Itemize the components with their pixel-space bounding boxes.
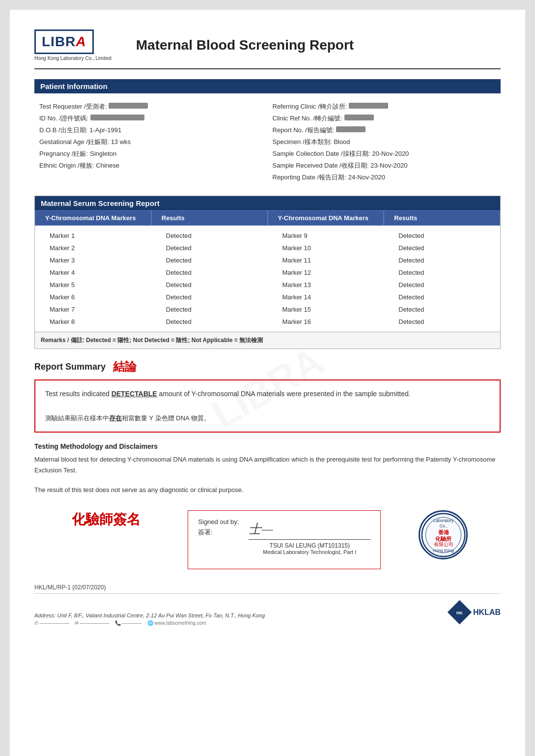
marker-result: Detected [384,230,500,242]
gestational-value: 13 wks [111,138,131,145]
header-left-col1: Y-Chromosomal DNA Markers [35,210,151,226]
markers-headers: Y-Chromosomal DNA Markers Results Y-Chro… [35,210,500,226]
sign-box-inner: Signed out by: 簽署: ⼠— TSUI SAI LEUNG (MT… [198,518,370,555]
right-marker-row: Marker 13Detected [268,279,501,291]
right-marker-row: Marker 10Detected [268,242,501,254]
collection-date-label: Sample Collection Date /採樣日期: [273,149,370,158]
left-markers-column: Marker 1DetectedMarker 2DetectedMarker 3… [35,230,268,328]
test-requester-row: Test Requester /受測者: [39,101,263,113]
footer-contacts: ✆ —————— ✉ —————— 📞 ———— 🌐 www.labsometh… [34,620,265,626]
summary-chinese-title: 結論 [113,359,137,375]
table-spacer [35,226,500,230]
methodology-text2: The result of this test does not serve a… [34,485,501,495]
ethnic-value: Chinese [96,162,119,169]
marker-result: Detected [384,303,500,316]
sign-labels: Signed out by: 簽署: [198,518,239,555]
reporting-date-label: Reporting Date /報告日期: [273,173,346,182]
gestational-row: Gestational Age /妊娠期: 13 wks [39,136,263,148]
marker-name: Marker 8 [35,316,151,328]
right-marker-row: Marker 9Detected [268,230,501,242]
marker-name: Marker 9 [268,230,384,242]
marker-name: Marker 13 [268,279,384,291]
marker-result: Detected [384,266,500,279]
svg-text:化驗所: 化驗所 [435,536,452,542]
svg-text:有限公司: 有限公司 [434,542,453,547]
right-marker-row: Marker 12Detected [268,266,501,279]
patient-info-header: Patient Information [34,79,501,93]
footer-left: Address: Unit F, 8/F., Valiant Industria… [34,610,265,626]
right-markers-column: Marker 9DetectedMarker 10DetectedMarker … [268,230,501,328]
reporting-date-row: Reporting Date /報告日期: 24-Nov-2020 [273,172,496,183]
sign-box: Signed out by: 簽署: ⼠— TSUI SAI LEUNG (MT… [188,510,381,569]
received-date-row: Sample Received Date /收樣日期: 23-Nov-2020 [273,160,496,172]
left-marker-row: Marker 1Detected [35,230,268,242]
marker-name: Marker 15 [268,303,384,316]
specimen-row: Specimen /樣本類別: Blood [273,136,496,148]
left-marker-row: Marker 4Detected [35,266,268,279]
patient-info-section: Patient Information Test Requester /受測者:… [34,79,501,186]
received-date-value: 23-Nov-2020 [370,162,407,169]
logo-a: A [76,34,86,49]
marker-name: Marker 5 [35,279,151,291]
hklab-logo: HK HKLAB [446,599,501,626]
logo-text: LIBRA [42,34,86,50]
summary-detectable: DETECTABLE [112,390,157,398]
gestational-label: Gestational Age /妊娠期: [39,138,109,146]
dob-label: D.O.B /出生日期: [39,126,87,135]
header-right-col2: Results [384,210,500,226]
remarks-row: Remarks / 備註: Detected = 陽性; Not Detecte… [35,332,500,349]
marker-name: Marker 7 [35,303,151,316]
stamp-area: Laboratory Co., 香港 化驗所 有限公司 Hong Kong [386,510,501,559]
svg-text:Co.,: Co., [440,523,448,528]
right-marker-row: Marker 11Detected [268,254,501,266]
test-requester-label: Test Requester /受測者: [39,102,107,111]
marker-result: Detected [151,230,268,242]
signer-name: TSUI SAI LEUNG (MT101315) [249,542,370,549]
ethnic-label: Ethnic Origin /種族: [39,161,94,170]
marker-name: Marker 11 [268,254,384,266]
serum-title: Maternal Serum Screening Report [35,196,500,210]
marker-result: Detected [151,303,268,316]
logo-box: LIBRA [34,29,94,54]
markers-body: Marker 1DetectedMarker 2DetectedMarker 3… [35,230,500,328]
svg-text:Hong Kong: Hong Kong [433,548,454,553]
dob-row: D.O.B /出生日期: 1-Apr-1991 [39,124,263,136]
report-no-label: Report No. /報告編號: [273,126,335,135]
dob-value: 1-Apr-1991 [89,126,121,134]
logo-area: LIBRA Hong Kong Laboratory Co., Limited [34,29,112,61]
pregnancy-label: Pregnancy /妊娠: [39,149,88,158]
marker-result: Detected [384,242,500,254]
stamp-circle: Laboratory Co., 香港 化驗所 有限公司 Hong Kong [419,510,468,559]
specimen-label: Specimen /樣本類別: [273,138,332,146]
id-row: ID No. /證件號碼: [39,113,263,124]
ethnic-row: Ethnic Origin /種族: Chinese [39,160,263,172]
received-date-label: Sample Received Date /收樣日期: [273,161,369,170]
clinic-ref-row: Clinic Ref No. /轉介編號: [273,113,496,124]
marker-name: Marker 12 [268,266,384,279]
footer-bottom: Address: Unit F, 8/F., Valiant Industria… [34,599,501,626]
signer-title: Medical Laboratory Technologist, Part I [249,549,370,555]
signature-image: ⼠— [249,521,370,540]
reporting-date-value: 24-Nov-2020 [348,174,385,181]
report-title: Maternal Blood Screening Report [136,37,354,53]
svg-text:Laboratory: Laboratory [433,518,454,523]
sign-label-en: Signed out by: [198,518,239,525]
marker-result: Detected [151,266,268,279]
summary-zh-underline: 存在 [109,414,122,422]
left-marker-row: Marker 6Detected [35,291,268,303]
signature-section: 化驗師簽名 Signed out by: 簽署: ⼠— TSUI SAI LEU… [34,510,501,569]
logo-subtitle: Hong Kong Laboratory Co., Limited [34,56,112,61]
header-left-col2: Results [151,210,268,226]
header: LIBRA Hong Kong Laboratory Co., Limited … [34,29,501,69]
marker-result: Detected [151,291,268,303]
patient-grid: Test Requester /受測者: ID No. /證件號碼: D.O.B… [34,98,501,186]
summary-post: amount of Y-chromosomal DNA materials we… [157,390,411,398]
marker-name: Marker 3 [35,254,151,266]
marker-name: Marker 16 [268,316,384,328]
summary-title: Report Summary [34,362,106,372]
logo-libra: LIBR [42,34,76,49]
collection-date-row: Sample Collection Date /採樣日期: 20-Nov-202… [273,148,496,160]
marker-result: Detected [384,316,500,328]
methodology-section: Testing Methodology and Disclaimers Mate… [34,442,501,495]
marker-result: Detected [384,254,500,266]
